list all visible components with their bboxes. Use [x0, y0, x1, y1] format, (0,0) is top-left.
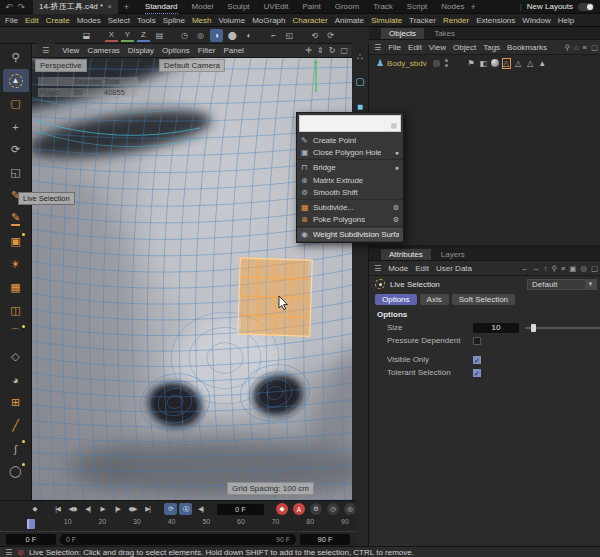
menu-item[interactable]: Mesh: [192, 16, 212, 25]
selection-tag-icon[interactable]: △: [526, 58, 535, 69]
sound-toggle-button[interactable]: ◀): [194, 503, 207, 515]
attribute-mode-tab[interactable]: Axis: [420, 294, 449, 305]
menu-item[interactable]: Help: [558, 16, 574, 25]
expand-icon[interactable]: ▢: [591, 43, 598, 52]
enable-toggle[interactable]: [433, 60, 440, 67]
target-icon[interactable]: ◎: [580, 264, 587, 273]
options-adornment-icon[interactable]: ●: [395, 164, 399, 171]
layout-tab[interactable]: Paint: [302, 0, 320, 14]
options-adornment-icon[interactable]: ●: [395, 149, 399, 156]
options-adornment-icon[interactable]: ⚙: [393, 204, 399, 212]
chevron-down-icon[interactable]: ▼: [585, 279, 596, 289]
workplane-icon[interactable]: ⬓: [80, 29, 93, 42]
timeline-ruler[interactable]: 0102030405060708090: [0, 517, 356, 532]
search-icon[interactable]: ⚲: [551, 264, 557, 273]
visible-only-checkbox[interactable]: ✓: [473, 356, 481, 364]
rectangle-selection-tool-button[interactable]: ▢: [3, 92, 29, 115]
redo-icon[interactable]: ↷: [18, 2, 26, 12]
playhead[interactable]: [27, 519, 35, 529]
attributes-menu-item[interactable]: Edit: [415, 264, 429, 273]
layout-tab[interactable]: Groom: [335, 0, 359, 14]
next-key-button[interactable]: ◆▶: [126, 503, 139, 515]
objects-menu-item[interactable]: Bookmarks: [507, 43, 547, 52]
menu-item[interactable]: Edit: [25, 16, 39, 25]
back-icon[interactable]: ←: [521, 264, 529, 273]
attributes-menu-item[interactable]: Mode: [388, 264, 408, 273]
solo-sphere-icon[interactable]: ⬤: [226, 29, 239, 42]
hand-pan-icon[interactable]: ✛: [305, 46, 312, 55]
live-selection-tool-button[interactable]: ▲: [3, 69, 29, 92]
circle-spline-button[interactable]: ◯: [3, 460, 29, 483]
attributes-menu-item[interactable]: User Data: [436, 264, 472, 273]
attribute-mode-tab[interactable]: Soft Selection: [452, 294, 515, 305]
viewport-menu-item[interactable]: Panel: [223, 46, 243, 55]
solo-single-button[interactable]: ◎: [194, 29, 207, 42]
camera-label[interactable]: Default Camera: [159, 59, 225, 72]
preset-dropdown[interactable]: Default ▼: [527, 279, 597, 290]
menu-item[interactable]: Spline: [163, 16, 185, 25]
viewport-menu-item[interactable]: Filter: [198, 46, 216, 55]
menu-item[interactable]: Create: [46, 16, 70, 25]
objects-menu-item[interactable]: Edit: [408, 43, 422, 52]
filter-icon[interactable]: ≡: [583, 43, 587, 52]
layout-tab[interactable]: Standard: [145, 0, 177, 14]
size-value-field[interactable]: 10: [473, 323, 519, 333]
autokey-button[interactable]: A: [293, 503, 305, 515]
keyframe-diamond-icon[interactable]: ◆: [28, 503, 41, 515]
prev-key-button[interactable]: ◀◆: [66, 503, 79, 515]
menu-item[interactable]: Tools: [137, 16, 156, 25]
menu-item[interactable]: MoGraph: [252, 16, 285, 25]
menu-item[interactable]: Simulate: [371, 16, 402, 25]
menu-item[interactable]: Render: [443, 16, 469, 25]
goto-end-button[interactable]: ▶|: [141, 503, 154, 515]
context-menu-item[interactable]: ◉ Weight Subdivision Surface: [297, 228, 403, 241]
options-adornment-icon[interactable]: ⚙: [393, 216, 399, 224]
viewport-menu-item[interactable]: View: [62, 46, 79, 55]
menu-item[interactable]: Tracker: [409, 16, 436, 25]
objects-menu-item[interactable]: View: [429, 43, 446, 52]
tolerant-selection-checkbox[interactable]: ✓: [473, 369, 481, 377]
solo-off-button[interactable]: ◷: [178, 29, 191, 42]
spline-pen-tool-button[interactable]: ✎: [3, 207, 29, 230]
menu-item[interactable]: Volume: [218, 16, 245, 25]
menu-item[interactable]: Window: [522, 16, 550, 25]
context-menu-search-input[interactable]: [299, 115, 401, 132]
context-menu-item[interactable]: ⊓ Bridge ●: [297, 161, 403, 174]
context-menu-item[interactable]: ⊕ Matrix Extrude: [297, 174, 403, 187]
hamburger-icon[interactable]: ☰: [5, 548, 12, 557]
pressure-dependent-checkbox[interactable]: [473, 337, 481, 345]
attribute-mode-tab[interactable]: Options: [375, 294, 417, 305]
menu-item[interactable]: Extensions: [476, 16, 515, 25]
selection-tag-icon[interactable]: △: [502, 58, 511, 69]
lock-icon[interactable]: ▣: [569, 264, 576, 273]
keyframe-selection-button[interactable]: ⚙: [310, 503, 322, 515]
object-name[interactable]: Body_sbdv: [387, 59, 427, 68]
layout-tab[interactable]: Track: [373, 0, 393, 14]
mask-button[interactable]: ◕: [3, 368, 29, 391]
volume-builder-button[interactable]: ▦: [3, 276, 29, 299]
maximize-view-icon[interactable]: ▢: [340, 46, 348, 55]
plane-icon[interactable]: ▢: [352, 73, 368, 89]
viewport-menu-item[interactable]: Display: [128, 46, 154, 55]
rotate-tool-button[interactable]: ⟳: [3, 138, 29, 161]
add-document-button[interactable]: +: [124, 2, 129, 12]
search-icon[interactable]: ⚲: [564, 43, 570, 52]
undo-icon[interactable]: ↶: [5, 2, 13, 12]
hamburger-icon[interactable]: ☰: [374, 264, 381, 273]
objects-menu-item[interactable]: Tags: [483, 43, 500, 52]
layout-tab[interactable]: UVEdit: [264, 0, 289, 14]
selection-tag-icon[interactable]: △: [514, 58, 523, 69]
layout-tab[interactable]: Nodes: [441, 0, 464, 14]
corner-icon[interactable]: ⌐: [267, 29, 280, 42]
objects-menu-item[interactable]: File: [388, 43, 401, 52]
objects-menu-item[interactable]: Object: [453, 43, 476, 52]
hamburger-icon[interactable]: ☰: [37, 43, 54, 58]
keying-settings-button[interactable]: Ⓐ: [179, 503, 192, 515]
phong-tag-icon[interactable]: [491, 59, 499, 67]
size-slider[interactable]: [525, 323, 600, 333]
scale-tool-button[interactable]: ◱: [3, 161, 29, 184]
play-button[interactable]: ▶: [96, 503, 109, 515]
context-menu-item[interactable]: ▣ Close Polygon Hole ●: [297, 147, 403, 160]
zoom-view-icon[interactable]: ⇕: [317, 46, 324, 55]
context-menu-item[interactable]: ⊗ Poke Polygons ⚙: [297, 214, 403, 227]
